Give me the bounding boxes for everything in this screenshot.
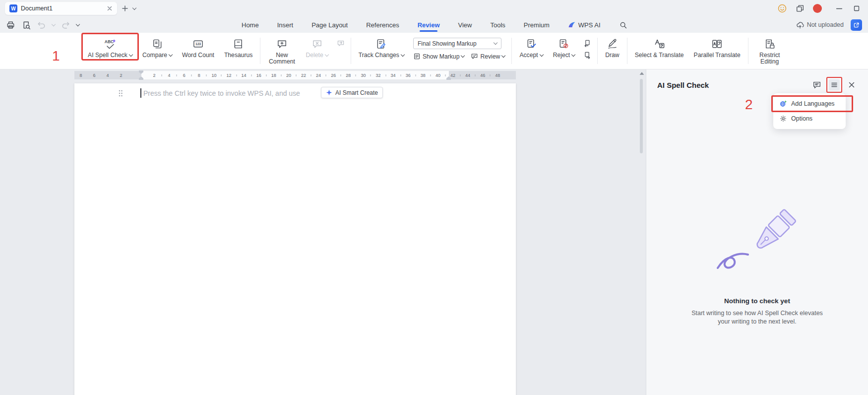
workspace: 8642246810121416182022242628303234363840… <box>0 69 868 395</box>
draw-button[interactable]: Draw <box>600 35 624 60</box>
ruler-number: 38 <box>421 72 426 77</box>
toolbar-customize-chevron-icon[interactable] <box>76 22 80 26</box>
ruler-tick <box>356 74 356 76</box>
accept-button[interactable]: Accept <box>514 35 548 60</box>
ruler-number: 46 <box>480 72 485 77</box>
document-page[interactable]: Press the Ctrl key twice to invoke WPS A… <box>74 83 516 395</box>
show-markup-button[interactable]: Show Markup <box>413 53 465 60</box>
ai-spell-check-button[interactable]: 1 ABC AI Spell Check <box>83 35 137 60</box>
compare-button[interactable]: Compare <box>137 35 177 60</box>
parallel-translate-button[interactable]: Parallel Translate <box>689 35 745 60</box>
user-avatar[interactable] <box>813 4 822 13</box>
panel-feedback-button[interactable] <box>811 79 822 90</box>
minimize-window-icon[interactable] <box>835 4 844 13</box>
upload-status[interactable]: Not uploaded <box>796 20 844 29</box>
button-label: Draw <box>605 52 619 59</box>
upload-status-label: Not uploaded <box>807 21 844 28</box>
ruler-number: 34 <box>391 72 396 77</box>
wps-ai-hint-text: Press the Ctrl key twice to invoke WPS A… <box>143 89 300 97</box>
chevron-down-icon <box>539 53 543 57</box>
document-scrollbar[interactable] <box>639 72 644 395</box>
toolbar-status: Not uploaded <box>796 19 862 31</box>
scrollbar-thumb[interactable] <box>640 79 643 153</box>
print-preview-icon[interactable] <box>21 20 31 30</box>
ruler-tick <box>341 74 341 76</box>
ruler-tick <box>475 74 476 76</box>
ruler: 8642246810121416182022242628303234363840… <box>74 71 516 79</box>
scroll-up-arrow-icon[interactable] <box>639 72 644 75</box>
ruler-tick <box>177 74 177 76</box>
ruler-tick <box>206 74 207 76</box>
menu-tab-insert[interactable]: Insert <box>277 17 294 33</box>
menu-tab-view[interactable]: View <box>458 17 472 33</box>
empty-state-description: Start writing to see how AI Spell Check … <box>691 309 823 326</box>
workspace-layout-icon[interactable] <box>796 4 805 13</box>
thesaurus-button[interactable]: Thesaurus <box>219 35 258 60</box>
tab-list-button[interactable] <box>133 8 136 9</box>
ruler-number: 26 <box>331 72 336 77</box>
markup-view-select[interactable]: Final Showing Markup <box>413 38 501 49</box>
button-label: Track Changes <box>359 52 399 59</box>
menu-tab-home[interactable]: Home <box>242 17 259 33</box>
ribbon-divider <box>351 38 351 64</box>
next-change-button[interactable] <box>582 51 593 59</box>
ai-sparkle-icon <box>326 89 332 96</box>
menu-item-options[interactable]: Options <box>773 111 846 126</box>
menu-tab-review[interactable]: Review <box>418 17 440 33</box>
next-comment-icon <box>337 39 345 47</box>
ruler-tick <box>221 74 222 76</box>
button-label: Word Count <box>182 52 214 59</box>
ruler-number: 40 <box>435 72 440 77</box>
markup-controls: Final Showing Markup Show Markup Review <box>409 35 509 60</box>
document-tab[interactable]: W Document1 <box>5 2 117 15</box>
menu-label: Home <box>242 21 259 29</box>
panel-menu-button[interactable] <box>829 79 840 90</box>
menu-label: View <box>458 21 472 29</box>
delete-comment-icon <box>311 38 323 50</box>
previous-change-button[interactable] <box>582 39 593 47</box>
close-tab-icon[interactable] <box>107 5 113 11</box>
new-comment-button[interactable]: New Comment <box>263 35 301 66</box>
button-label: Show Markup <box>423 53 460 60</box>
button-label: Parallel Translate <box>694 52 741 59</box>
undo-icon <box>37 20 46 30</box>
panel-title: AI Spell Check <box>657 81 709 89</box>
reject-button[interactable]: Reject <box>548 35 580 60</box>
writer-logo-icon: W <box>9 4 17 12</box>
paragraph-drag-handle-icon[interactable] <box>118 89 123 97</box>
ruler-tick <box>415 74 416 76</box>
share-button[interactable] <box>851 19 862 31</box>
chevron-down-icon <box>169 53 173 57</box>
review-dropdown-button[interactable]: Review <box>471 53 505 60</box>
menu-tab-tools[interactable]: Tools <box>490 17 505 33</box>
restrict-editing-button[interactable]: Restrict Editing <box>751 35 789 66</box>
menu-tab-wps-ai[interactable]: WPS AI <box>568 17 601 33</box>
close-panel-button[interactable] <box>846 79 857 90</box>
menu-item-add-languages[interactable]: Add Languages <box>773 96 846 111</box>
smiley-icon[interactable] <box>777 3 787 13</box>
menu-tab-page-layout[interactable]: Page Layout <box>311 17 348 33</box>
undo-history-chevron-icon <box>52 22 56 26</box>
menu-tab-references[interactable]: References <box>366 17 399 33</box>
ruler-number: 2 <box>120 72 122 77</box>
print-icon[interactable] <box>6 20 15 30</box>
search-icon[interactable] <box>619 21 627 29</box>
menu-bar: Home Insert Page Layout References Revie… <box>242 17 627 33</box>
ruler-tick <box>326 74 326 76</box>
maximize-window-icon[interactable] <box>852 4 861 13</box>
quick-access-icons <box>6 20 79 30</box>
review-bubble-icon <box>471 53 478 60</box>
track-changes-button[interactable]: Track Changes <box>354 35 409 60</box>
select-translate-button[interactable]: Select & Translate <box>630 35 689 60</box>
ruler-number: 28 <box>346 72 351 77</box>
wps-writer-window: W Document1 Home Insert Page <box>0 0 868 395</box>
chevron-down-icon <box>132 5 136 9</box>
ruler-number: 4 <box>168 72 171 77</box>
ruler-number: 24 <box>316 72 321 77</box>
new-tab-button[interactable] <box>122 5 128 12</box>
menu-item-label: Options <box>791 115 812 122</box>
ai-smart-create-button[interactable]: AI Smart Create <box>321 87 383 98</box>
word-count-button[interactable]: 123 Word Count <box>177 35 219 60</box>
menu-tab-premium[interactable]: Premium <box>524 17 550 33</box>
ribbon-divider <box>511 38 512 64</box>
